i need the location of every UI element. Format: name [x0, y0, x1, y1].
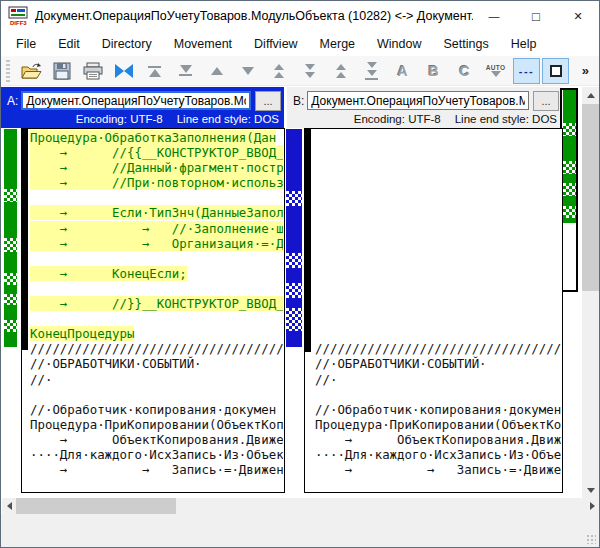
goto-last-delta-button[interactable]	[170, 58, 201, 84]
pane-b-header: B: ... Encoding: UTF-8 Line end style: D…	[287, 87, 562, 128]
reload-diff-button[interactable]	[108, 58, 139, 84]
print-button[interactable]	[77, 58, 108, 84]
code-line: → → Запись·=·Движения	[30, 462, 283, 477]
code-line	[30, 251, 283, 266]
menu-item-help[interactable]: Help	[500, 34, 548, 54]
diff-area: A: ... Encoding: UTF-8 Line end style: D…	[1, 86, 599, 547]
diff-bowtie-icon	[115, 64, 133, 78]
goto-next-delta-button[interactable]	[232, 58, 263, 84]
pane-b-file-input[interactable]	[307, 91, 529, 110]
diff-overview-segment	[563, 123, 576, 136]
code-line	[315, 160, 561, 175]
menu-item-movement[interactable]: Movement	[163, 34, 243, 54]
code-line: → //При·повторном·использо	[30, 175, 283, 190]
scroll-down-button[interactable]	[582, 482, 599, 498]
menu-item-window[interactable]: Window	[366, 34, 432, 54]
vertical-scroll-thumb[interactable]	[582, 104, 599, 291]
pane-a-browse-button[interactable]: ...	[255, 91, 281, 111]
pane-a-header: A: ... Encoding: UTF-8 Line end style: D…	[1, 87, 284, 128]
scroll-right-button[interactable]	[585, 498, 599, 514]
vertical-scrollbar[interactable]	[582, 87, 599, 498]
code-line	[30, 387, 283, 402]
diff-overview-segment	[4, 320, 17, 332]
diff-overview-segment	[286, 129, 302, 191]
resize-grip[interactable]	[586, 534, 596, 544]
diff-overview-segment	[4, 332, 17, 347]
double-triangle-up-bar-icon	[336, 64, 346, 70]
code-line: → ОбъектКопирования.Движени	[315, 432, 561, 447]
code-line: → → //·Заполнение·шап	[30, 221, 283, 236]
pane-b-label: B:	[290, 94, 307, 108]
code-line: //·Обработчик·копирования·докумен	[30, 402, 283, 417]
diff-overview-segment	[4, 273, 17, 285]
double-triangle-down-icon	[305, 64, 315, 70]
scroll-left-button[interactable]	[2, 498, 16, 514]
show-linenumbers-button[interactable]	[542, 58, 569, 84]
goto-next-conflict-button[interactable]	[294, 58, 325, 84]
scroll-left-icon	[7, 502, 12, 510]
menu-item-file[interactable]: File	[5, 34, 47, 54]
triangle-up-icon	[211, 67, 223, 75]
toolbar: A B C AUTO --- »	[1, 56, 599, 86]
menu-item-edit[interactable]: Edit	[47, 34, 91, 54]
toolbar-grip[interactable]	[6, 60, 10, 82]
choose-c-button[interactable]: C	[449, 58, 480, 84]
save-button[interactable]	[46, 58, 77, 84]
diff-overview-segment	[286, 331, 302, 347]
pane-a-code[interactable]: Процедура·ОбработкаЗаполнения(Дан → //{{…	[23, 130, 283, 492]
save-icon	[53, 62, 71, 80]
code-line: //////////////////////////////////////	[315, 341, 561, 356]
close-button[interactable]: ✕	[557, 1, 599, 31]
diff-overview-segment	[4, 189, 17, 202]
code-line	[315, 130, 561, 145]
goto-next-unsolved-button[interactable]	[356, 58, 387, 84]
app-icon: DIFF3	[8, 6, 28, 26]
pane-b-code[interactable]: ////////////////////////////////////////…	[306, 130, 561, 492]
code-line	[315, 175, 561, 190]
maximize-button[interactable]: □	[515, 1, 557, 31]
window-controls: — □ ✕	[473, 1, 599, 31]
code-line	[315, 221, 561, 236]
code-line: Процедура·ПриКопировании(ОбъектКоп	[30, 417, 283, 432]
diff-overview-segment	[4, 252, 17, 273]
goto-prev-delta-button[interactable]	[201, 58, 232, 84]
open-button[interactable]	[15, 58, 46, 84]
menu-item-directory[interactable]: Directory	[91, 34, 163, 54]
goto-prev-unsolved-button[interactable]	[325, 58, 356, 84]
diff-overview-segment	[563, 183, 576, 196]
code-line	[315, 251, 561, 266]
auto-advance-button[interactable]: AUTO	[480, 58, 511, 84]
pane-a-file-input[interactable]	[21, 91, 251, 110]
goto-prev-conflict-button[interactable]	[263, 58, 294, 84]
menu-bar: File Edit Directory Movement Diffview Me…	[1, 31, 599, 56]
scroll-down-icon	[587, 488, 595, 493]
goto-first-delta-button[interactable]	[139, 58, 170, 84]
menu-item-merge[interactable]: Merge	[309, 34, 366, 54]
horizontal-scroll-thumb[interactable]	[16, 498, 176, 514]
choose-a-button[interactable]: A	[387, 58, 418, 84]
pane-b-encoding: Encoding: UTF-8	[354, 113, 441, 125]
scroll-up-button[interactable]	[582, 87, 599, 103]
diff-overview-segment	[286, 253, 302, 268]
code-line: ····Для·каждого·ИсхЗапись·Из·Объек	[315, 447, 561, 462]
horizontal-scrollbar[interactable]	[2, 498, 599, 514]
toolbar-overflow-button[interactable]: »	[578, 59, 593, 82]
code-line: → //{{__КОНСТРУКТОР_ВВОД_НА	[30, 145, 283, 160]
code-line	[30, 190, 283, 205]
double-triangle-down-bar-icon	[367, 62, 377, 68]
auto-label: AUTO	[486, 64, 506, 71]
code-line: → Если·ТипЗнч(ДанныеЗаполн	[30, 205, 283, 220]
choose-b-button[interactable]: B	[418, 58, 449, 84]
menu-item-settings[interactable]: Settings	[433, 34, 500, 54]
minimize-button[interactable]: —	[473, 1, 515, 31]
show-whitespace-button[interactable]: ---	[513, 58, 540, 84]
auto-down-triangle-icon	[491, 71, 501, 77]
code-line: → → Организация·=·Дан	[30, 236, 283, 251]
pane-b-browse-button[interactable]: ...	[533, 91, 559, 111]
kdiff3-window: DIFF3 Документ.ОперацияПоУчетуТоваров.Мо…	[0, 0, 600, 548]
code-line: → → Запись·=·Движения	[315, 462, 561, 477]
diff-overview-segment	[4, 305, 17, 320]
file-overview-column[interactable]	[563, 86, 576, 547]
diff-overview-segment	[286, 191, 302, 206]
menu-item-diffview[interactable]: Diffview	[243, 34, 309, 54]
